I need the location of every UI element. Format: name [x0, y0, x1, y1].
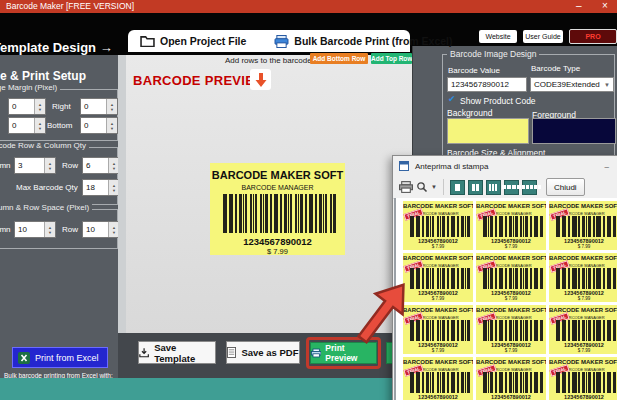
add-bottom-row-button[interactable]: Add Bottom Row	[310, 53, 368, 64]
add-top-row-button[interactable]: Add Top Row	[371, 53, 412, 64]
background-color-swatch[interactable]	[447, 118, 529, 144]
one-page-icon[interactable]	[450, 180, 465, 195]
four-pages-icon[interactable]	[504, 180, 519, 195]
three-pages-icon[interactable]	[486, 180, 501, 195]
max-barcode-label: Max Barcode Qty	[16, 183, 78, 192]
row-label: Row	[62, 161, 78, 170]
mini-barcode-label: BARCODE MAKER SOFT BARCODE MANAGER TRIAL…	[476, 305, 546, 354]
label-company: BARCODE MAKER SOFT	[549, 255, 617, 261]
spinner-arrows-icon[interactable]: ▲▼	[34, 99, 45, 114]
close-button[interactable]: ×	[602, 0, 608, 12]
foreground-color-swatch[interactable]	[532, 118, 616, 144]
max-barcode-spinner[interactable]: 18▲▼	[82, 179, 120, 196]
print-from-excel-button[interactable]: Print from Excel	[12, 347, 108, 368]
tab-bar: Open Project File Bulk Barcode Print (fr…	[128, 30, 410, 52]
label-product: BARCODE MANAGER	[210, 184, 345, 191]
right-label: Right	[52, 102, 71, 111]
excel-icon	[18, 352, 30, 364]
chevron-down-icon: ▼	[604, 82, 613, 88]
rowcol-group	[0, 147, 118, 205]
barcode-bars	[556, 372, 616, 393]
form-icon	[399, 161, 409, 171]
space-row-spinner[interactable]: 10▲▼	[82, 221, 120, 238]
barcode-label-preview: BARCODE MAKER SOFT BARCODE MANAGER 12345…	[210, 163, 345, 255]
pro-version-button[interactable]: PRO VERSION	[569, 29, 617, 44]
barcode-bars	[410, 216, 470, 237]
barcode-type-select[interactable]: CODE39Extended▼	[530, 77, 614, 92]
spinner-arrows-icon[interactable]: ▲▼	[106, 118, 117, 133]
label-company: BARCODE MAKER SOFT	[549, 203, 617, 209]
print-preview-window: Anteprima di stampa – ▼ Chiudi BARCODE M…	[392, 155, 617, 400]
website-button[interactable]: Website	[479, 30, 517, 43]
app-window: Barcode Maker [FREE VERSION] – × Templat…	[0, 0, 617, 400]
mini-barcode-label: BARCODE MAKER SOFT BARCODE MANAGER TRIAL…	[476, 201, 546, 250]
margin-bottom-spinner[interactable]: 0▲▼	[80, 117, 118, 134]
down-arrow-icon	[250, 69, 271, 90]
space-row-label: Row	[62, 225, 78, 234]
label-company: BARCODE MAKER SOFT	[403, 359, 473, 365]
title-bar: Barcode Maker [FREE VERSION] – ×	[0, 0, 617, 13]
mini-barcode-label: BARCODE MAKER SOFT BARCODE MANAGER TRIAL…	[549, 253, 617, 302]
user-guide-button[interactable]: User Guide	[523, 30, 563, 43]
barcode-bars	[556, 216, 616, 237]
label-price: $ 7.99	[476, 244, 546, 249]
barcode-value-label: Barcode Value	[448, 66, 500, 75]
print-preview-toolbar: ▼ Chiudi	[393, 176, 617, 199]
margin-left-spinner[interactable]: 0▲▼	[8, 98, 46, 115]
background-label: Background	[447, 108, 492, 118]
annotation-arrow	[346, 272, 420, 352]
label-company: BARCODE MAKER SOFT	[403, 203, 473, 209]
template-design-link[interactable]: Template Design →	[0, 40, 113, 55]
barcode-bars	[223, 194, 336, 233]
barcode-preview-title: BARCODE PREVIEW	[133, 73, 267, 88]
minimize-button[interactable]: –	[605, 162, 617, 171]
space-column-spinner[interactable]: 10▲▼	[14, 221, 56, 238]
mini-barcode-label: BARCODE MAKER SOFT BARCODE MANAGER TRIAL…	[549, 357, 617, 400]
spinner-arrows-icon[interactable]: ▲▼	[44, 222, 55, 237]
printer-icon	[274, 35, 289, 48]
zoom-icon[interactable]	[416, 181, 428, 193]
print-preview-title: Anteprima di stampa	[415, 162, 488, 171]
column-label: Column	[0, 161, 11, 170]
margin-top-spinner[interactable]: 0▲▼	[8, 117, 46, 134]
spinner-arrows-icon[interactable]: ▲▼	[44, 158, 55, 173]
tab-open-project-file[interactable]: Open Project File	[140, 35, 246, 47]
six-pages-icon[interactable]	[522, 180, 537, 195]
spinner-arrows-icon[interactable]: ▲▼	[34, 118, 45, 133]
barcode-bars	[410, 372, 470, 393]
label-price: $ 7.99	[476, 296, 546, 301]
label-price: $ 7.99	[476, 348, 546, 353]
setup-heading: Page & Print Setup	[0, 69, 86, 83]
label-price: $ 7.99	[210, 247, 345, 256]
spinner-arrows-icon[interactable]: ▲▼	[106, 99, 117, 114]
bottom-label: Bottom	[47, 121, 72, 130]
barcode-bars	[483, 268, 543, 289]
label-company: BARCODE MAKER SOFT	[476, 255, 546, 261]
folder-icon	[140, 35, 155, 47]
two-pages-icon[interactable]	[468, 180, 483, 195]
save-as-pdf-button[interactable]: Save as PDF	[226, 341, 300, 364]
column-qty-spinner[interactable]: 3▲▼	[14, 157, 56, 174]
barcode-value-input[interactable]: 1234567890012	[447, 77, 527, 92]
label-company: BARCODE MAKER SOFT	[476, 359, 546, 365]
barcode-bars	[556, 320, 616, 341]
print-preview-content: BARCODE MAKER SOFT BARCODE MANAGER TRIAL…	[394, 198, 617, 400]
label-company: BARCODE MAKER SOFT	[210, 169, 345, 181]
mini-barcode-label: BARCODE MAKER SOFT BARCODE MANAGER TRIAL…	[403, 357, 473, 400]
add-rows-label: Add rows to the barcode	[225, 56, 312, 65]
zoom-dropdown-icon[interactable]: ▼	[431, 184, 437, 190]
image-design-group-title: Barcode Image Design	[447, 49, 539, 59]
show-product-code-checkbox[interactable]: ✔	[448, 94, 456, 104]
row-qty-spinner[interactable]: 6▲▼	[82, 157, 120, 174]
tab-bulk-barcode-print[interactable]: Bulk Barcode Print (from Excel)	[274, 35, 452, 48]
label-price: $ 7.99	[549, 296, 617, 301]
minimize-button[interactable]: –	[576, 0, 582, 12]
show-product-code-label: Show Product Code	[460, 96, 536, 106]
mini-barcode-label: BARCODE MAKER SOFT BARCODE MANAGER TRIAL…	[549, 305, 617, 354]
save-template-button[interactable]: Save Template	[138, 341, 216, 364]
barcode-bars	[483, 320, 543, 341]
print-setup-sidebar: Page & Print Setup Page Margin (Pixel) 0…	[0, 55, 118, 378]
margin-right-spinner[interactable]: 0▲▼	[80, 98, 118, 115]
print-icon[interactable]	[399, 181, 413, 193]
close-preview-button[interactable]: Chiudi	[546, 178, 585, 196]
